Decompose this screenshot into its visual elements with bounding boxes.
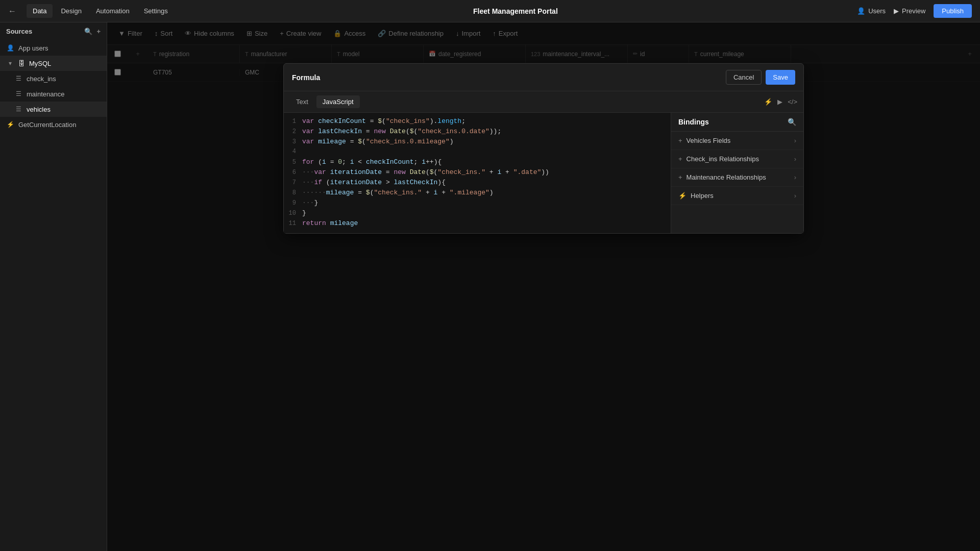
main-layout: Sources 🔍 + 👤 App users ▾ 🗄 MySQL ☰ chec… — [0, 22, 980, 551]
chevron-right-icon: › — [794, 173, 796, 181]
binding-maintenance-relationships[interactable]: + Maintenance Relationships › — [671, 168, 803, 187]
table-icon: ☰ — [14, 74, 22, 83]
code-line-5: 5 for (i = 0; i < checkInCount; i++){ — [284, 158, 671, 168]
content-area: ▼ Filter ↕ Sort 👁 Hide columns ⊞ Size + … — [107, 22, 980, 551]
binding-vehicles-fields[interactable]: + Vehicles Fields › — [671, 132, 803, 150]
sidebar-item-mysql[interactable]: ▾ 🗄 MySQL — [0, 56, 107, 71]
modal-overlay: Formula Cancel Save Text JavaScript ⚡ ▶ … — [107, 22, 980, 551]
bindings-search-icon[interactable]: 🔍 — [788, 118, 796, 126]
nav-tabs: Data Design Automation Settings — [27, 4, 174, 18]
cancel-button[interactable]: Cancel — [726, 70, 762, 85]
modal-header: Formula Cancel Save — [284, 64, 803, 91]
modal-tabs: Text JavaScript ⚡ ▶ </> — [284, 91, 803, 113]
modal-body: 1 var checkInCount = $("check_ins").leng… — [284, 113, 803, 233]
code-line-8: 8 ······mileage = $("check_ins." + i + "… — [284, 188, 671, 198]
tab-text[interactable]: Text — [290, 95, 314, 108]
table-icon: ☰ — [14, 105, 22, 113]
code-line-2: 2 var lastCheckIn = new Date($("check_in… — [284, 127, 671, 137]
code-line-11: 11 return mileage — [284, 219, 671, 229]
app-title: Fleet Management Portal — [184, 7, 847, 15]
sidebar: Sources 🔍 + 👤 App users ▾ 🗄 MySQL ☰ chec… — [0, 22, 107, 551]
preview-icon: ▶ — [894, 7, 899, 15]
sidebar-item-check-ins[interactable]: ☰ check_ins — [0, 71, 107, 86]
code-line-10: 10 } — [284, 209, 671, 219]
tab-automation[interactable]: Automation — [90, 4, 136, 18]
tab-data[interactable]: Data — [27, 4, 53, 18]
sidebar-item-getcurrentlocation[interactable]: ⚡ GetCurrentLocation — [0, 117, 107, 132]
tab-javascript[interactable]: JavaScript — [316, 95, 360, 108]
search-icon[interactable]: 🔍 — [84, 28, 92, 35]
formula-modal: Formula Cancel Save Text JavaScript ⚡ ▶ … — [283, 63, 804, 234]
code-editor[interactable]: 1 var checkInCount = $("check_ins").leng… — [284, 113, 671, 233]
code-line-4: 4 — [284, 147, 671, 158]
code-line-1: 1 var checkInCount = $("check_ins").leng… — [284, 117, 671, 127]
add-source-icon[interactable]: + — [96, 28, 101, 35]
tab-settings[interactable]: Settings — [138, 4, 174, 18]
add-icon: + — [678, 137, 682, 144]
tab-design[interactable]: Design — [55, 4, 87, 18]
chevron-right-icon: › — [794, 155, 796, 163]
sidebar-item-appusers[interactable]: 👤 App users — [0, 40, 107, 56]
top-nav: ← Data Design Automation Settings Fleet … — [0, 0, 980, 22]
chevron-down-icon: ▾ — [6, 59, 14, 67]
chevron-right-icon: › — [794, 137, 796, 144]
save-button[interactable]: Save — [766, 70, 795, 85]
binding-check-ins-relationships[interactable]: + Check_ins Relationships › — [671, 150, 803, 168]
users-icon: 👤 — [857, 7, 865, 15]
binding-helpers[interactable]: ⚡ Helpers › — [671, 187, 803, 205]
add-icon: + — [678, 173, 682, 181]
bindings-panel: Bindings 🔍 + Vehicles Fields › — [671, 113, 803, 233]
appusers-icon: 👤 — [6, 44, 14, 52]
back-button[interactable]: ← — [8, 7, 16, 16]
sidebar-item-maintenance[interactable]: ☰ maintenance — [0, 86, 107, 102]
modal-title: Formula — [292, 73, 320, 82]
table-icon: ☰ — [14, 90, 22, 98]
modal-actions: Cancel Save — [726, 70, 795, 85]
mysql-db-icon: 🗄 — [18, 60, 25, 67]
chevron-right-icon: › — [794, 192, 796, 199]
publish-button[interactable]: Publish — [934, 4, 972, 18]
top-nav-right: 👤 Users ▶ Preview Publish — [857, 4, 972, 18]
sidebar-item-vehicles[interactable]: ☰ vehicles — [0, 102, 107, 117]
sidebar-header: Sources 🔍 + — [0, 22, 107, 40]
play-icon[interactable]: ▶ — [777, 98, 782, 106]
add-icon: + — [678, 155, 682, 163]
lightning-icon[interactable]: ⚡ — [764, 98, 772, 106]
editor-icons: ⚡ ▶ </> — [764, 98, 797, 106]
function-icon: ⚡ — [6, 120, 14, 129]
users-button[interactable]: 👤 Users — [857, 7, 886, 15]
code-line-6: 6 ···var iterationDate = new Date($("che… — [284, 168, 671, 178]
code-line-9: 9 ···} — [284, 198, 671, 209]
code-line-3: 3 var mileage = $("check_ins.0.mileage") — [284, 137, 671, 147]
preview-button[interactable]: ▶ Preview — [894, 7, 925, 15]
bindings-header: Bindings 🔍 — [671, 113, 803, 132]
code-icon[interactable]: </> — [788, 98, 797, 106]
lightning-icon: ⚡ — [678, 192, 687, 199]
code-line-7: 7 ···if (iterationDate > lastCheckIn){ — [284, 178, 671, 188]
